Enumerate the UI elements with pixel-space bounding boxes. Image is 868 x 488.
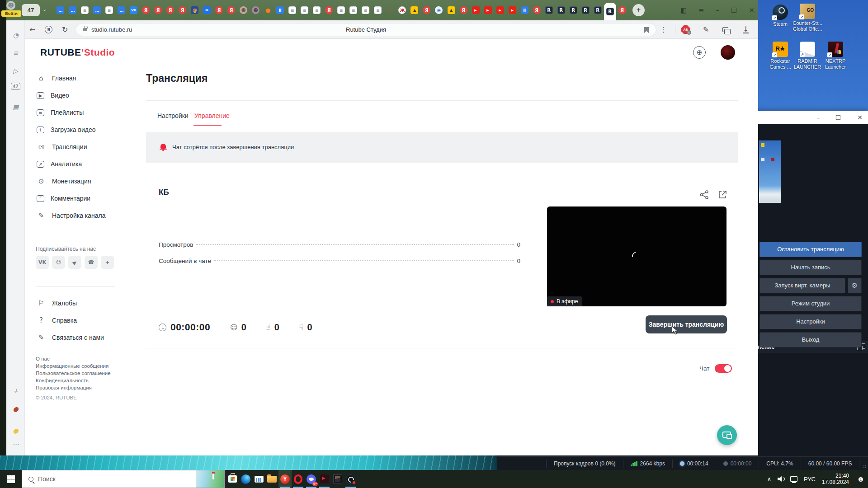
footer-link[interactable]: Пользовательское соглашение bbox=[36, 370, 131, 377]
side-rail-icon[interactable]: ● bbox=[6, 427, 25, 434]
browser-tab[interactable]: Я bbox=[164, 0, 176, 20]
side-rail-icon[interactable]: ▷ bbox=[6, 67, 25, 75]
chevron-down-icon[interactable]: ⌄ bbox=[42, 6, 47, 12]
browser-tab[interactable]: Я bbox=[176, 0, 189, 20]
keyboard-language[interactable]: РУС bbox=[804, 476, 816, 483]
obs-control-button[interactable]: Настройки bbox=[760, 314, 862, 329]
rutube-studio-logo[interactable]: RUTUBE’Studio bbox=[40, 47, 115, 58]
downloads-icon[interactable]: ↓ bbox=[743, 20, 749, 39]
volume-icon[interactable] bbox=[778, 476, 784, 482]
browser-tab[interactable]: R bbox=[543, 0, 555, 20]
browser-tab[interactable]: ≡ bbox=[347, 0, 359, 20]
collections-icon[interactable] bbox=[722, 20, 728, 39]
taskbar-clock[interactable]: 21:40 17.08.2024 bbox=[822, 473, 849, 485]
mini-player-fab[interactable] bbox=[717, 425, 737, 445]
studio-nav-item[interactable]: ⊙ Монетизация bbox=[34, 173, 124, 190]
browser-tab[interactable]: R bbox=[604, 3, 616, 20]
obs-maximize-button[interactable]: ☐ bbox=[828, 111, 848, 124]
side-rail-icon[interactable]: + bbox=[6, 387, 25, 394]
support-link[interactable]: ✎ Связаться с нами bbox=[34, 329, 124, 346]
browser-tab[interactable]: ≡ bbox=[298, 0, 311, 20]
taskbar-app-photos[interactable] bbox=[331, 470, 344, 488]
studio-nav-item[interactable]: ” Комментарии bbox=[34, 190, 124, 207]
browser-tab[interactable]: — bbox=[384, 0, 396, 20]
chat-toggle[interactable] bbox=[715, 364, 732, 373]
reload-button[interactable]: ↻ bbox=[62, 20, 68, 39]
taskbar-app-opera[interactable] bbox=[292, 470, 305, 488]
obs-control-button[interactable]: Остановить трансляцию bbox=[760, 242, 862, 257]
browser-close-button[interactable]: ✕ bbox=[749, 6, 755, 14]
login-badge[interactable]: ☻ Войти bbox=[1, 1, 24, 20]
browser-tab[interactable]: Ж bbox=[396, 0, 408, 20]
browser-tab[interactable]: … bbox=[91, 0, 103, 20]
browser-tab[interactable]: ≡ bbox=[335, 0, 347, 20]
side-rail-icon[interactable]: ≡ bbox=[6, 49, 25, 56]
tab-control[interactable]: Управление bbox=[194, 112, 230, 119]
browser-tab[interactable]: R bbox=[580, 0, 592, 20]
taskbar-app-store[interactable] bbox=[226, 470, 239, 488]
new-tab-button[interactable]: + bbox=[632, 4, 645, 16]
yandex-home-button[interactable]: Я bbox=[45, 20, 52, 39]
support-link[interactable]: ⚐ Жалобы bbox=[34, 295, 124, 312]
taskbar-search[interactable]: Поиск bbox=[22, 470, 225, 488]
browser-tab[interactable]: ≡ bbox=[359, 0, 372, 20]
obs-close-button[interactable]: ✕ bbox=[850, 111, 868, 124]
browser-tab[interactable]: Я bbox=[420, 0, 433, 20]
browser-tab[interactable]: ▶ bbox=[482, 0, 494, 20]
browser-tab[interactable]: ◉ bbox=[433, 0, 445, 20]
browser-tab[interactable]: ✉ bbox=[201, 0, 213, 20]
obs-minimize-button[interactable]: – bbox=[808, 111, 828, 124]
browser-tab[interactable]: Я bbox=[140, 0, 152, 20]
network-icon[interactable] bbox=[790, 476, 797, 482]
taskbar-app-taskmanager[interactable] bbox=[252, 470, 265, 488]
footer-link[interactable]: Конфиденциальность bbox=[36, 377, 131, 384]
social-icon[interactable]: ☺ bbox=[52, 256, 65, 269]
studio-nav-item[interactable]: ≡ Плейлисты bbox=[34, 104, 124, 121]
social-icon[interactable]: VK bbox=[36, 256, 49, 269]
support-link[interactable]: ? Справка bbox=[34, 312, 124, 329]
browser-tab[interactable]: ▶ bbox=[494, 0, 506, 20]
obs-control-button[interactable]: Выход bbox=[760, 332, 862, 347]
browser-tab[interactable]: Я bbox=[152, 0, 164, 20]
browser-tab[interactable]: ▶ bbox=[470, 0, 482, 20]
browser-tab[interactable]: Я bbox=[323, 0, 335, 20]
desktop-icon[interactable]: Counter-Str... Global Offe... bbox=[791, 4, 824, 32]
browser-tab[interactable]: ▲ bbox=[445, 0, 458, 20]
browser-tab[interactable]: Ⅱ bbox=[274, 0, 286, 20]
studio-nav-item[interactable]: ((•)) Трансляции bbox=[34, 138, 124, 155]
menu-icon[interactable]: ≡ bbox=[698, 6, 704, 14]
browser-tab[interactable]: ≡ bbox=[103, 0, 115, 20]
browser-tab[interactable]: Ⅱ bbox=[519, 0, 531, 20]
browser-tab[interactable]: … bbox=[54, 0, 66, 20]
back-button[interactable]: ← bbox=[29, 20, 35, 39]
browser-minimize-button[interactable]: – bbox=[716, 6, 719, 14]
obs-control-button[interactable]: Начать запись bbox=[760, 260, 862, 275]
studio-nav-item[interactable]: ↗ Аналитика bbox=[34, 155, 124, 173]
taskbar-app-explorer[interactable] bbox=[265, 470, 278, 488]
taskbar-app-edge[interactable] bbox=[239, 470, 252, 488]
tab-settings[interactable]: Настройки bbox=[157, 112, 189, 119]
browser-tab[interactable]: ≡ bbox=[79, 0, 91, 20]
browser-tab[interactable]: ≡ bbox=[286, 0, 298, 20]
pen-extension-icon[interactable]: ✎ bbox=[703, 20, 709, 39]
footer-link[interactable]: О нас bbox=[36, 355, 131, 362]
stream-player[interactable]: В эфире bbox=[547, 206, 726, 306]
tray-chevron-icon[interactable]: ∧ bbox=[767, 476, 771, 482]
obs-control-button[interactable]: Режим студии bbox=[760, 296, 862, 311]
browser-tab[interactable]: ▶ bbox=[506, 0, 519, 20]
browser-tab[interactable]: … bbox=[66, 0, 79, 20]
browser-tab[interactable]: @ bbox=[189, 0, 201, 20]
side-rail-icon[interactable]: ● bbox=[6, 405, 25, 413]
studio-nav-item[interactable]: ⌂ Главная bbox=[34, 70, 124, 87]
browser-tab[interactable]: VK bbox=[127, 0, 140, 20]
browser-tab[interactable]: ≡ bbox=[311, 0, 323, 20]
browser-tab[interactable]: R bbox=[555, 0, 567, 20]
search-daily-image[interactable] bbox=[196, 470, 224, 488]
browser-tab[interactable]: ≡ bbox=[372, 0, 384, 20]
side-rail-icon[interactable]: ◔ bbox=[6, 32, 25, 39]
action-center-button[interactable]: 1 bbox=[855, 475, 864, 483]
side-rail-icon[interactable]: ▦ bbox=[6, 103, 25, 111]
share-icon[interactable] bbox=[699, 190, 709, 202]
desktop-icon[interactable]: NEXTRP Launcher bbox=[819, 42, 852, 70]
browser-tab[interactable]: ☻ bbox=[237, 0, 250, 20]
